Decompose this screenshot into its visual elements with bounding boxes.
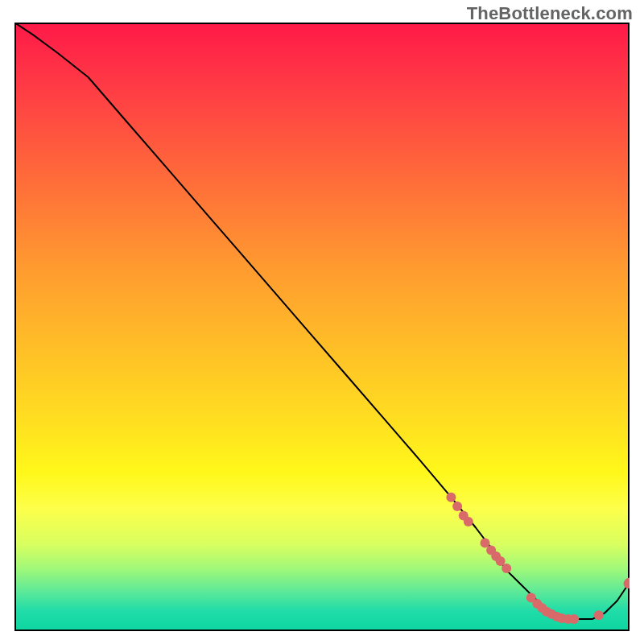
- watermark-text: TheBottleneck.com: [467, 3, 633, 24]
- plot-gradient-area: [14, 23, 630, 631]
- figure: TheBottleneck.com: [0, 0, 644, 644]
